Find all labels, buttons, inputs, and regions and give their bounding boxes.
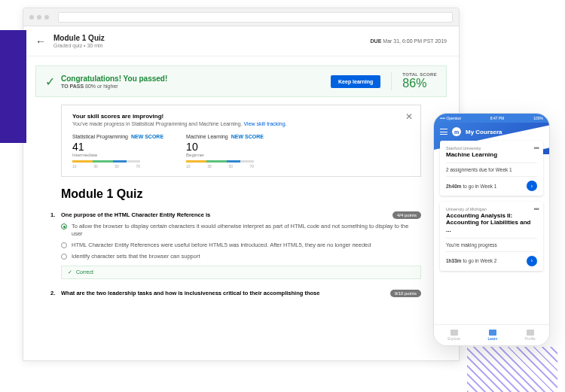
skill-card: ✕ Your skill scores are improving! You'v… [61, 105, 421, 177]
time-context: to go in Week 1 [462, 184, 497, 189]
skill-item: Statistical ProgrammingNEW SCORE 41 Inte… [72, 134, 163, 169]
skill-name: Statistical Programming [72, 134, 128, 139]
skill-level: Beginner [186, 153, 264, 157]
menu-icon[interactable] [440, 129, 447, 135]
answer-option[interactable]: Identify character sets that the browser… [61, 253, 421, 260]
due-value: Mar 31, 6:00 PM PST 2019 [383, 38, 447, 44]
avatar[interactable]: m [452, 127, 461, 136]
quiz-title: Module 1 Quiz [61, 187, 421, 201]
window-dot [29, 15, 34, 20]
time-context: to go in Week 2 [462, 258, 497, 263]
pass-sub-prefix: TO PASS [61, 84, 84, 89]
close-icon[interactable]: ✕ [405, 111, 413, 122]
correct-label: Correct [76, 269, 93, 275]
tick: 70 [136, 164, 140, 169]
browser-window: ← Module 1 Quiz Graded quiz • 30 min DUE… [23, 8, 460, 361]
correct-indicator: ✓ Correct [61, 266, 421, 279]
more-icon[interactable]: ••• [534, 144, 539, 152]
go-button[interactable]: › [527, 256, 537, 266]
page-subtitle: Graded quiz • 30 min [53, 43, 371, 48]
question-text: One purpose of the HTML Character Entity… [61, 211, 421, 218]
course-list: ••• Stanford University Machine Learning… [434, 141, 549, 271]
profile-icon [527, 330, 534, 336]
skill-ticks: 10 30 50 70 [72, 164, 140, 169]
nav-explore[interactable]: Explore [447, 330, 460, 341]
nav-label: Learn [487, 336, 497, 341]
radio-icon [61, 223, 67, 229]
learn-icon [489, 330, 496, 336]
skill-tracking-link[interactable]: View skill tracking. [244, 121, 287, 126]
answer-option[interactable]: To allow the browser to display certain … [61, 223, 421, 238]
status-text: You're making progress [446, 242, 497, 248]
question: 1. One purpose of the HTML Character Ent… [61, 211, 421, 279]
window-dot [44, 15, 49, 20]
back-arrow-icon[interactable]: ← [35, 35, 46, 47]
due-label: DUE [371, 38, 382, 44]
window-dot [37, 15, 41, 20]
nav-label: Profile [525, 336, 536, 341]
pass-text: Congratulations! You passed! TO PASS 80%… [61, 74, 331, 89]
pass-banner: ✓ Congratulations! You passed! TO PASS 8… [35, 65, 447, 97]
option-text: Identify character sets that the browser… [72, 253, 200, 260]
phone-mock: •••• Operator 8:47 PM 100% m My Coursera… [433, 113, 550, 346]
due-date: DUEMar 31, 6:00 PM PST 2019 [371, 38, 447, 44]
option-text: To allow the browser to display certain … [72, 223, 421, 238]
more-icon[interactable]: ••• [534, 205, 539, 213]
check-icon: ✓ [45, 74, 55, 89]
phone-statusbar: •••• Operator 8:47 PM 100% [434, 114, 549, 123]
nav-profile[interactable]: Profile [525, 330, 536, 341]
tick: 30 [207, 164, 212, 169]
question: 2. What are the two leadership tasks and… [61, 290, 421, 296]
keep-learning-button[interactable]: Keep learning [331, 75, 380, 88]
go-button[interactable]: › [527, 181, 537, 191]
status-left: •••• Operator [440, 116, 461, 120]
skill-item: Machine LearningNEW SCORE 10 Beginner 10… [186, 134, 264, 169]
course-progress: 1h33m to go in Week 2 › [446, 256, 537, 266]
course-card[interactable]: ••• Stanford University Machine Learning… [440, 141, 543, 196]
skill-bar [72, 160, 140, 163]
pass-sub-value: 80% or higher [85, 84, 118, 89]
title-block: Module 1 Quiz Graded quiz • 30 min [53, 34, 371, 48]
skill-value: 41 [72, 141, 163, 153]
skill-name: Machine Learning [186, 134, 228, 139]
course-university: Stanford University [446, 146, 537, 150]
skill-sub-text: You've made progress in Statistical Prog… [72, 121, 243, 126]
new-score-badge: NEW SCORE [231, 134, 264, 139]
time-remaining: 1h33m [446, 258, 462, 263]
skill-level: Intermediate [72, 153, 163, 157]
skill-subtitle: You've made progress in Statistical Prog… [72, 121, 410, 126]
tick: 70 [250, 164, 255, 169]
nav-label: Explore [447, 336, 460, 341]
skill-value: 10 [186, 141, 264, 153]
page-title: Module 1 Quiz [53, 34, 371, 42]
answer-option[interactable]: HTML Character Entity References were us… [61, 242, 421, 249]
points-badge: 4/4 points [392, 211, 421, 219]
status-time: 8:47 PM [490, 116, 505, 120]
skill-bar [186, 160, 254, 163]
radio-icon [61, 242, 67, 248]
pass-title: Congratulations! You passed! [61, 74, 331, 83]
page-header: ← Module 1 Quiz Graded quiz • 30 min DUE… [23, 26, 459, 56]
url-bar[interactable] [58, 12, 453, 23]
course-card[interactable]: ••• University of Michigan Accounting An… [440, 202, 543, 271]
course-university: University of Michigan [446, 207, 537, 211]
skill-ticks: 10 30 50 70 [186, 164, 254, 169]
total-score-value: 86% [402, 77, 437, 90]
check-icon: ✓ [68, 269, 72, 275]
nav-learn[interactable]: Learn [487, 330, 497, 341]
option-text: HTML Character Entity References were us… [72, 242, 371, 249]
new-score-badge: NEW SCORE [131, 134, 163, 139]
points-badge: 9/10 points [390, 290, 421, 297]
status-battery: 100% [533, 116, 543, 120]
skill-title: Your skill scores are improving! [72, 113, 410, 120]
browser-chrome [23, 8, 459, 26]
radio-icon [61, 254, 67, 260]
time-remaining: 2h40m [446, 184, 462, 189]
pass-subtitle: TO PASS 80% or higher [61, 84, 331, 89]
tick: 10 [186, 164, 191, 169]
quiz-page: ← Module 1 Quiz Graded quiz • 30 min DUE… [23, 26, 459, 360]
phone-bottom-nav: Explore Learn Profile [434, 324, 549, 345]
tick: 50 [115, 164, 119, 169]
total-score: TOTAL SCORE 86% [391, 72, 437, 90]
decorative-purple-block [0, 30, 26, 143]
